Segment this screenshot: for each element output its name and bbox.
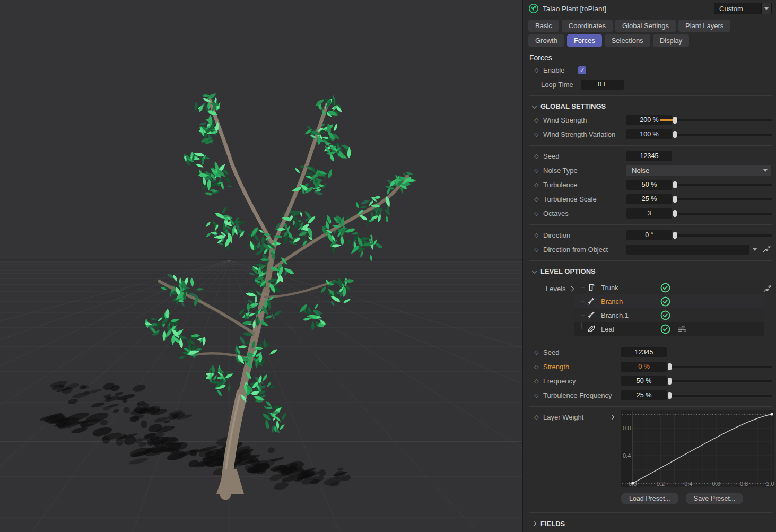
tab-forces[interactable]: Forces <box>567 34 602 47</box>
enable-checkbox[interactable]: ✓ <box>578 66 586 74</box>
slider-handle[interactable] <box>668 378 672 385</box>
chevron-right-icon[interactable] <box>609 415 615 420</box>
level-row-leaf[interactable]: Leaf <box>574 322 764 336</box>
keyframe-diamond-icon[interactable]: ◇ <box>534 131 543 138</box>
direction-input[interactable]: 0 ° <box>626 230 672 240</box>
load-preset-button[interactable]: Load Preset... <box>621 493 678 504</box>
slider-handle[interactable] <box>673 232 677 239</box>
seed-input[interactable]: 12345 <box>626 151 672 161</box>
loop-time-input[interactable]: 0 F <box>581 80 624 90</box>
enable-row: ◇ Enable ✓ <box>523 63 776 77</box>
level-enabled-check-icon[interactable] <box>660 296 670 307</box>
level-options-title: LEVEL OPTIONS <box>540 267 596 275</box>
turbulence-slider[interactable] <box>675 184 772 186</box>
strength-slider[interactable] <box>670 366 772 368</box>
keyframe-diamond-icon[interactable]: ◇ <box>534 196 543 203</box>
turbulence-scale-input[interactable]: 25 % <box>626 194 672 204</box>
direction-from-object-input[interactable] <box>626 245 749 255</box>
fields-header[interactable]: FIELDS <box>523 516 776 531</box>
divider <box>529 260 772 261</box>
preset-dropdown-arrow[interactable] <box>762 3 772 14</box>
keyframe-diamond-icon[interactable]: ◇ <box>534 414 543 421</box>
level-row-trunk[interactable]: Trunk <box>574 281 764 294</box>
wind-strength-variation-input[interactable]: 100 % <box>626 129 672 139</box>
layer-weight-label: Layer Weight <box>543 413 583 421</box>
save-preset-button[interactable]: Save Preset... <box>686 493 744 504</box>
keyframe-diamond-icon[interactable]: ◇ <box>534 67 543 74</box>
keyframe-diamond-icon[interactable]: ◇ <box>534 167 543 174</box>
tab-display[interactable]: Display <box>653 34 690 47</box>
object-picker-icon[interactable] <box>762 244 771 254</box>
wind-strength-slider[interactable] <box>675 119 772 121</box>
keyframe-diamond-icon[interactable]: ◇ <box>534 117 543 124</box>
level-enabled-check-icon[interactable] <box>660 283 670 293</box>
keyframe-diamond-icon[interactable]: ◇ <box>534 232 543 239</box>
tab-growth[interactable]: Growth <box>528 34 564 47</box>
level-picker-icon[interactable] <box>762 284 772 293</box>
octaves-input[interactable]: 3 <box>626 208 672 219</box>
loop-time-row: Loop Time 0 F <box>523 77 776 92</box>
tab-selections[interactable]: Selections <box>605 34 650 47</box>
level-enabled-check-icon[interactable] <box>660 310 670 320</box>
frequency-input[interactable]: 50 % <box>621 376 667 386</box>
turbulence-input[interactable]: 50 % <box>626 180 672 190</box>
turbulence-frequency-label: Turbulence Frequency <box>543 391 612 399</box>
octaves-slider[interactable] <box>675 213 772 215</box>
keyframe-diamond-icon[interactable]: ◇ <box>534 392 543 399</box>
wind-strength-variation-slider[interactable] <box>675 134 772 136</box>
frequency-slider[interactable] <box>670 380 772 382</box>
slider-handle[interactable] <box>673 117 677 124</box>
level-row-branch[interactable]: Branch <box>574 294 764 308</box>
keyframe-diamond-icon[interactable]: ◇ <box>534 363 543 370</box>
loop-time-label: Loop Time <box>541 81 573 89</box>
preset-dropdown[interactable]: Custom <box>714 3 772 14</box>
turbulence-scale-slider[interactable] <box>675 198 772 200</box>
tab-plant-layers[interactable]: Plant Layers <box>678 20 730 32</box>
chevron-down-icon <box>763 169 768 172</box>
wind-strength-label: Wind Strength <box>543 116 587 124</box>
slider-handle[interactable] <box>668 363 672 370</box>
keyframe-diamond-icon[interactable]: ◇ <box>534 181 543 188</box>
level-options-header[interactable]: LEVEL OPTIONS <box>523 264 776 278</box>
keyframe-diamond-icon[interactable]: ◇ <box>534 378 543 385</box>
turbulence-row: ◇ Turbulence 50 % <box>523 178 776 192</box>
turbulence-frequency-input[interactable]: 25 % <box>621 390 667 400</box>
keyframe-diamond-icon[interactable]: ◇ <box>534 246 543 253</box>
level-seed-input[interactable]: 12345 <box>621 347 667 357</box>
octaves-row: ◇ Octaves 3 <box>523 206 776 221</box>
global-settings-header[interactable]: GLOBAL SETTINGS <box>523 99 776 113</box>
tab-global-settings[interactable]: Global Settings <box>615 20 676 32</box>
slider-handle[interactable] <box>673 131 677 138</box>
chevron-right-icon <box>531 521 537 527</box>
turbulence-frequency-slider[interactable] <box>670 395 772 397</box>
preset-dropdown-value[interactable]: Custom <box>714 3 762 14</box>
keyframe-diamond-icon[interactable]: ◇ <box>534 153 543 160</box>
keyframe-diamond-icon[interactable]: ◇ <box>534 349 543 356</box>
leaf-icon <box>586 324 597 334</box>
direction-slider[interactable] <box>675 234 772 237</box>
level-enabled-check-icon[interactable] <box>660 324 670 334</box>
strength-input[interactable]: 0 % <box>621 362 667 372</box>
chevron-right-icon[interactable] <box>569 286 574 292</box>
keyframe-diamond-icon[interactable]: ◇ <box>534 210 543 217</box>
slider-handle[interactable] <box>673 181 677 188</box>
noise-type-dropdown[interactable]: Noise <box>626 165 771 176</box>
layer-weight-curve-editor[interactable]: 0.40.80.00.20.40.60.81.0 <box>621 410 774 487</box>
divider <box>529 95 772 96</box>
tab-coordinates[interactable]: Coordinates <box>562 20 613 32</box>
wind-strength-variation-row: ◇ Wind Strength Variation 100 % <box>523 127 776 142</box>
divider <box>529 145 772 146</box>
chevron-down-icon[interactable] <box>753 248 757 251</box>
slider-handle[interactable] <box>673 210 677 217</box>
level-row-branch-1[interactable]: Branch.1 <box>574 308 764 322</box>
tab-basic[interactable]: Basic <box>528 20 559 32</box>
direction-from-object-label: Direction from Object <box>543 246 608 254</box>
wind-icon[interactable] <box>677 325 687 334</box>
slider-handle[interactable] <box>673 196 677 203</box>
svg-text:0.8: 0.8 <box>740 481 748 487</box>
3d-viewport[interactable] <box>0 0 522 532</box>
divider <box>529 224 772 225</box>
noise-type-row: ◇ Noise Type Noise <box>523 163 776 178</box>
fields-title: FIELDS <box>540 520 565 528</box>
slider-handle[interactable] <box>668 392 672 399</box>
